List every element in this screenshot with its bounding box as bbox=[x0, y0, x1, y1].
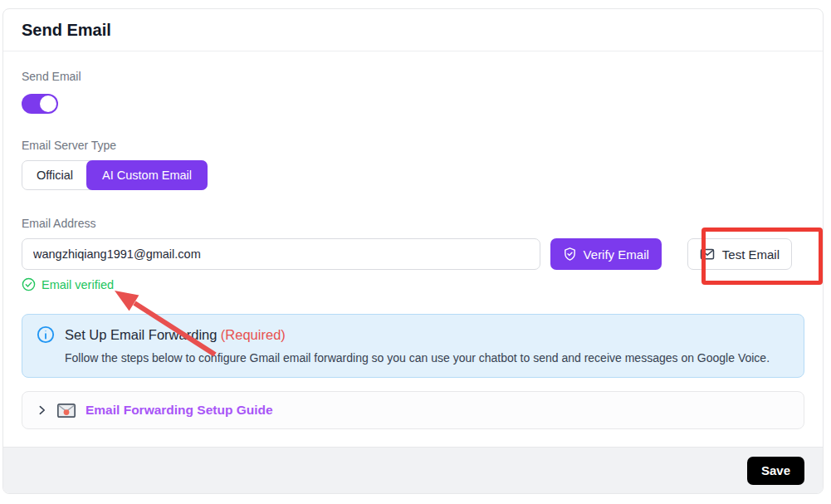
server-option-ai-custom-email[interactable]: AI Custom Email bbox=[86, 160, 208, 190]
card-body: Send Email Email Server Type Official AI… bbox=[3, 51, 823, 447]
toggle-knob bbox=[40, 95, 56, 112]
info-box-title: Set Up Email Forwarding bbox=[65, 327, 217, 342]
accordion-label: Email Forwarding Setup Guide bbox=[86, 403, 273, 418]
email-row: Verify Email Test Email bbox=[22, 238, 804, 270]
page-title: Send Email bbox=[22, 21, 804, 40]
email-verified-status: Email verified bbox=[22, 277, 804, 291]
envelope-emoji-icon bbox=[57, 404, 76, 418]
server-option-official[interactable]: Official bbox=[22, 161, 87, 189]
info-circle-icon bbox=[37, 325, 55, 344]
send-email-label: Send Email bbox=[22, 70, 804, 83]
send-email-card: Send Email Send Email Email Server Type … bbox=[2, 8, 824, 494]
email-server-type-label: Email Server Type bbox=[22, 139, 804, 152]
card-header: Send Email bbox=[3, 9, 823, 51]
test-email-label: Test Email bbox=[722, 247, 780, 262]
email-address-label: Email Address bbox=[22, 217, 804, 230]
email-verified-text: Email verified bbox=[42, 278, 114, 291]
email-server-type-segmented: Official AI Custom Email bbox=[22, 160, 208, 190]
info-title-row: Set Up Email Forwarding (Required) bbox=[37, 325, 789, 344]
chevron-right-icon bbox=[37, 404, 47, 416]
email-forwarding-setup-guide-accordion[interactable]: Email Forwarding Setup Guide bbox=[22, 391, 804, 429]
save-button[interactable]: Save bbox=[747, 457, 804, 485]
page: Send Email Send Email Email Server Type … bbox=[0, 0, 831, 504]
verify-email-button[interactable]: Verify Email bbox=[550, 238, 662, 270]
verify-email-label: Verify Email bbox=[584, 247, 649, 262]
email-forwarding-info-box: Set Up Email Forwarding (Required) Follo… bbox=[22, 314, 804, 378]
test-email-button[interactable]: Test Email bbox=[687, 238, 792, 270]
card-footer: Save bbox=[3, 447, 823, 493]
info-box-required-tag: (Required) bbox=[221, 327, 286, 342]
envelope-icon bbox=[700, 247, 715, 261]
send-email-toggle[interactable] bbox=[22, 94, 58, 114]
info-box-description: Follow the steps below to configure Gmai… bbox=[65, 351, 789, 365]
shield-check-icon bbox=[563, 247, 577, 262]
check-circle-icon bbox=[22, 277, 36, 291]
email-address-input[interactable] bbox=[22, 238, 540, 270]
